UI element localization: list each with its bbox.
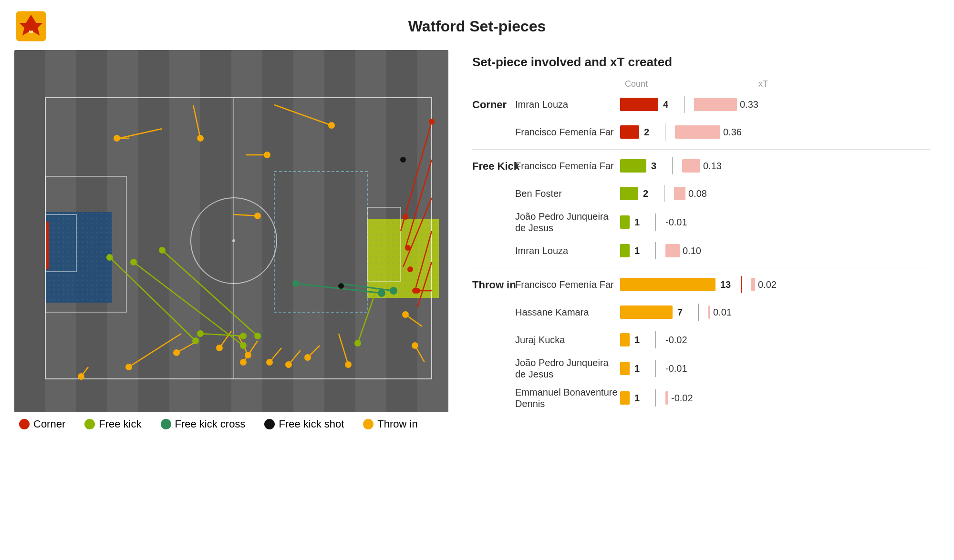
svg-point-99 [415,288,420,294]
svg-point-50 [216,345,223,351]
svg-point-40 [328,122,335,129]
divider [664,185,664,202]
svg-point-71 [192,337,199,344]
main-content: Corner Free kick Free kick cross Free ki… [14,50,940,550]
svg-point-46 [125,364,132,370]
svg-point-101 [400,157,406,163]
count-bar: 1 [620,362,646,375]
svg-point-77 [254,333,261,339]
stat-row-freekick-3: João Pedro Junqueira de Jesus 1 -0.01 [472,211,930,234]
stat-row-corner-2: Francisco Femenía Far 2 0.36 [472,122,930,143]
svg-point-85 [378,289,385,297]
xt-bar: 0.02 [751,278,781,291]
svg-point-35 [197,135,204,142]
xt-bar: -0.02 [665,335,687,346]
section-divider [472,268,930,268]
player-name: Ben Foster [515,188,620,199]
legend-free-kick-cross: Free kick cross [161,418,246,430]
divider [698,304,699,321]
svg-point-74 [240,342,247,349]
count-bar: 1 [620,333,646,346]
player-name: Imran Louza [515,245,620,256]
count-bar: 2 [620,125,655,139]
stats-panel: Set-piece involved and xT created Count … [463,50,940,550]
player-name: Francisco Femenía Far [515,279,620,290]
svg-point-89 [429,119,435,124]
svg-point-62 [345,361,352,368]
throw-in-label: Throw in [377,418,417,430]
player-name: Emmanuel Bonaventure Dennis [515,387,620,409]
divider-red [741,276,742,293]
freekick-section-label: Free Kick [472,160,519,173]
divider [665,123,665,141]
stat-row-freekick-2: Ben Foster 2 0.08 [472,183,930,204]
count-bar: 2 [620,187,654,200]
svg-rect-25 [45,222,49,269]
count-bar: 1 [620,244,646,257]
svg-point-44 [254,213,261,219]
player-name: Hassane Kamara [515,306,620,318]
divider [655,389,656,407]
watford-logo: W [14,10,48,43]
player-name: Imran Louza [515,99,620,110]
xt-bar: 0.08 [674,187,711,200]
svg-rect-20 [367,219,439,298]
svg-point-73 [130,259,137,265]
svg-point-97 [405,245,411,251]
svg-point-80 [240,333,247,339]
svg-rect-11 [200,50,231,412]
legend-corner: Corner [19,418,65,430]
corner-label: Corner [33,418,65,430]
stats-title: Set-piece involved and xT created [472,55,930,70]
section-divider [472,149,930,150]
svg-rect-5 [14,50,45,412]
divider [655,360,656,377]
count-bar: 4 [620,98,674,111]
svg-rect-13 [262,50,293,412]
stat-row-throwin-3: Juraj Kucka 1 -0.02 [472,329,930,350]
corner-icon [19,419,30,429]
svg-point-98 [407,266,413,272]
svg-point-84 [292,280,299,287]
divider [672,157,673,174]
stat-row-freekick-4: Imran Louza 1 0.10 [472,240,930,261]
count-bar: 1 [620,215,646,229]
svg-point-56 [266,359,273,366]
svg-rect-23 [45,212,112,303]
xt-bar: 0.13 [682,159,726,173]
stat-row-corner-1: Corner Imran Louza 4 0.33 [472,94,930,115]
xt-bar: -0.02 [665,391,694,405]
svg-rect-10 [169,50,200,412]
count-bar: 1 [620,391,646,405]
free-kick-icon [84,419,95,429]
divider [684,96,684,113]
svg-point-64 [78,373,84,380]
free-kick-shot-label: Free kick shot [279,418,344,430]
count-bar: 3 [620,159,663,173]
player-name: Francisco Femenía Far [515,160,620,172]
xt-bar: 0.01 [708,305,736,319]
svg-point-100 [338,283,344,289]
corner-section-label: Corner [472,99,507,111]
throw-in-icon [363,419,373,429]
svg-text:W: W [29,29,33,34]
throwin-section-label: Throw in [472,279,516,291]
stat-row-throwin-4: João Pedro Junqueira de Jesus 1 -0.01 [472,357,930,380]
free-kick-cross-icon [161,419,171,429]
free-kick-shot-icon [264,419,275,429]
free-kick-label: Free kick [99,418,141,430]
xt-bar: -0.01 [665,363,687,374]
svg-point-58 [285,361,292,368]
header: W Watford Set-pieces [14,10,940,43]
divider [655,214,656,231]
stat-row-throwin-2: Hassane Kamara 7 0.01 [472,302,930,323]
svg-point-82 [354,340,361,346]
svg-point-42 [264,152,270,158]
svg-point-96 [403,214,408,220]
svg-rect-15 [324,50,355,412]
player-name: Francisco Femenía Far [515,126,620,138]
player-name: João Pedro Junqueira de Jesus [515,211,620,234]
player-name: João Pedro Junqueira de Jesus [515,357,620,380]
stat-row-freekick-1: Free Kick Francisco Femenía Far 3 0.13 [472,155,930,176]
svg-point-60 [304,354,311,361]
